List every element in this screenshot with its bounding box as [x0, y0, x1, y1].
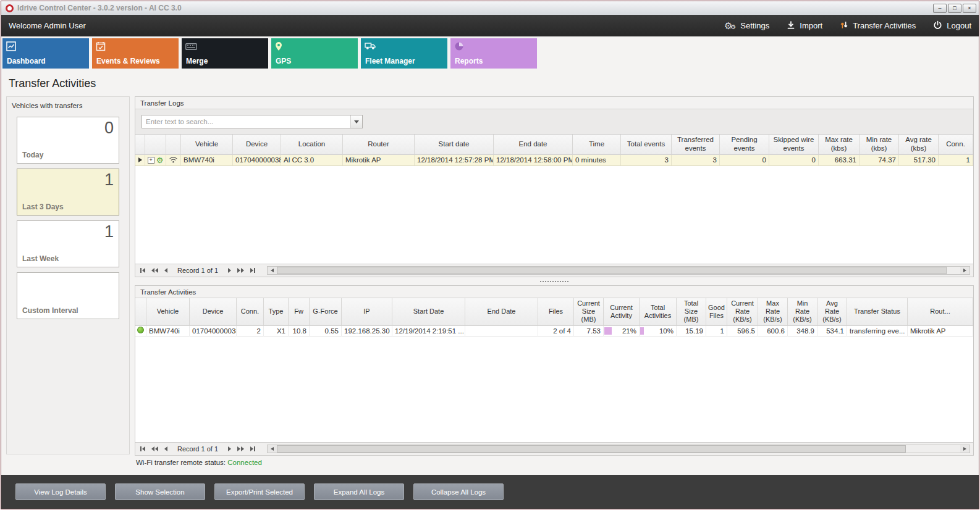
column-header-start-date[interactable]: Start Date	[392, 298, 465, 326]
column-header-min-rate[interactable]: Min Rate (KB/s)	[788, 298, 817, 326]
tab-merge[interactable]: Merge	[182, 38, 268, 69]
column-header-total-activities[interactable]: Total Activities	[640, 298, 677, 326]
column-header-conn[interactable]: Conn.	[237, 298, 264, 326]
column-header-min-rate[interactable]: Min rate (kbs)	[860, 135, 899, 155]
settings-button[interactable]: ⚙⚙ Settings	[724, 21, 769, 30]
dropdown-button[interactable]	[350, 115, 362, 128]
column-header-total-size[interactable]: Total Size (MB)	[677, 298, 706, 326]
maximize-button[interactable]: □	[948, 4, 961, 13]
horizontal-scrollbar[interactable]	[267, 266, 970, 275]
column-header-transfer-status[interactable]: Transfer Status	[847, 298, 908, 326]
log-cell-device: 017040000038	[233, 155, 281, 166]
column-header-current-size[interactable]: Current Size (MB)	[574, 298, 604, 326]
filter-card-last-week[interactable]: 1 Last Week	[17, 220, 119, 267]
column-header-conn[interactable]: Conn.	[939, 135, 973, 155]
next-page-button[interactable]	[235, 445, 246, 453]
export-print-selected-button[interactable]: Export/Print Selected	[214, 483, 305, 500]
tab-dashboard[interactable]: Dashboard	[2, 38, 89, 69]
scroll-left-button[interactable]	[268, 445, 277, 453]
transfer-log-row[interactable]: + ⚙ BMW740i 017040000038 Al CC 3.0 Mikro…	[135, 155, 973, 166]
scrollbar-track[interactable]	[277, 267, 960, 274]
column-header-avg-rate[interactable]: Avg rate (kbs)	[899, 135, 939, 155]
next-page-button[interactable]	[235, 267, 246, 274]
panel-splitter[interactable]	[135, 277, 974, 285]
tab-gps[interactable]: GPS	[271, 38, 358, 69]
column-header-total-events[interactable]: Total events	[621, 135, 672, 155]
next-record-button[interactable]	[226, 267, 233, 274]
column-header-router[interactable]: Router	[343, 135, 415, 155]
tab-reports[interactable]: Reports	[450, 38, 537, 69]
card-label: Today	[22, 151, 114, 159]
last-record-button[interactable]	[248, 445, 257, 453]
filter-card-custom-interval[interactable]: Custom Interval	[17, 272, 119, 319]
column-header-current-activity[interactable]: Current Activity	[604, 298, 640, 326]
logout-button[interactable]: Logout	[933, 20, 971, 31]
column-header-end-date[interactable]: End date	[494, 135, 573, 155]
column-header-ip[interactable]: IP	[342, 298, 392, 326]
search-input[interactable]	[142, 115, 350, 128]
column-header-end-date[interactable]: End Date	[465, 298, 538, 326]
show-selection-button[interactable]: Show Selection	[115, 483, 205, 500]
column-header-avg-rate[interactable]: Avg Rate (KB/s)	[817, 298, 847, 326]
column-header-g-force[interactable]: G-Force	[310, 298, 342, 326]
prev-page-button[interactable]	[150, 267, 160, 274]
column-header-max-rate[interactable]: Max rate (kbs)	[819, 135, 860, 155]
first-record-button[interactable]	[138, 267, 147, 274]
next-record-button[interactable]	[226, 445, 233, 453]
scroll-left-button[interactable]	[268, 267, 277, 274]
column-header-current-rate[interactable]: Current Rate (KB/s)	[727, 298, 758, 326]
activity-cell-end-date	[465, 326, 538, 337]
log-cell-avg-rate: 517.30	[899, 155, 939, 166]
column-header-type[interactable]: Type	[264, 298, 289, 326]
horizontal-scrollbar[interactable]	[267, 445, 970, 453]
import-label: Import	[800, 21, 822, 30]
prev-page-button[interactable]	[150, 445, 160, 453]
column-header-skipped-wire-events[interactable]: Skipped wire events	[769, 135, 819, 155]
expand-row-button[interactable]: +	[148, 157, 154, 164]
collapse-all-logs-button[interactable]: Collapse All Logs	[413, 483, 504, 500]
splitter-grip-icon	[540, 281, 568, 282]
expand-all-logs-button[interactable]: Expand All Logs	[314, 483, 404, 500]
filter-card-today[interactable]: 0 Today	[17, 117, 119, 164]
prev-record-button[interactable]	[163, 445, 169, 453]
column-header-transferred-events[interactable]: Transferred events	[672, 135, 720, 155]
activity-cell-transfer-status: transferring eve...	[847, 326, 908, 337]
filter-card-last-3-days[interactable]: 1 Last 3 Days	[17, 169, 119, 215]
column-header-vehicle[interactable]: Vehicle	[146, 298, 190, 326]
column-header-device[interactable]: Device	[233, 135, 281, 155]
scrollbar-thumb[interactable]	[277, 445, 905, 453]
scroll-right-button[interactable]	[960, 267, 969, 274]
tab-events-reviews[interactable]: Events & Reviews	[92, 38, 179, 69]
prev-record-button[interactable]	[163, 267, 169, 274]
column-header-max-rate[interactable]: Max Rate (KB/s)	[758, 298, 788, 326]
minimize-button[interactable]: –	[933, 4, 947, 13]
import-button[interactable]: Import	[787, 20, 822, 31]
log-cell-location: Al CC 3.0	[281, 155, 343, 166]
column-header-location[interactable]: Location	[281, 135, 343, 155]
transfer-activities-button[interactable]: Transfer Activities	[840, 20, 916, 31]
column-header-pending-events[interactable]: Pending events	[720, 135, 769, 155]
last-record-button[interactable]	[248, 267, 257, 274]
card-value: 1	[22, 222, 114, 241]
tab-fleet-manager[interactable]: Fleet Manager	[361, 38, 447, 69]
column-header-device[interactable]: Device	[190, 298, 237, 326]
close-button[interactable]: ×	[963, 4, 976, 13]
power-icon	[933, 20, 942, 31]
view-log-details-button[interactable]: View Log Details	[15, 483, 106, 500]
titlebar: Idrive Control Center - 3.0.2 version - …	[1, 1, 979, 15]
column-header-fw[interactable]: Fw	[289, 298, 310, 326]
scroll-right-button[interactable]	[960, 445, 969, 453]
transfer-logs-panel: Transfer Logs	[135, 96, 974, 277]
column-header-files[interactable]: Files	[538, 298, 574, 326]
column-header-good-files[interactable]: Good Files	[706, 298, 727, 326]
wifi-column-header	[166, 135, 181, 155]
transfer-activity-row[interactable]: BMW740i 017040000038 2 X1 10.8 0.55 192.…	[135, 326, 973, 337]
scrollbar-thumb[interactable]	[277, 267, 947, 274]
app-logo-icon	[6, 4, 14, 12]
scrollbar-track[interactable]	[277, 445, 960, 453]
column-header-router[interactable]: Rout...	[908, 298, 973, 326]
column-header-time[interactable]: Time	[573, 135, 621, 155]
column-header-start-date[interactable]: Start date	[415, 135, 494, 155]
first-record-button[interactable]	[138, 445, 147, 453]
column-header-vehicle[interactable]: Vehicle	[181, 135, 233, 155]
